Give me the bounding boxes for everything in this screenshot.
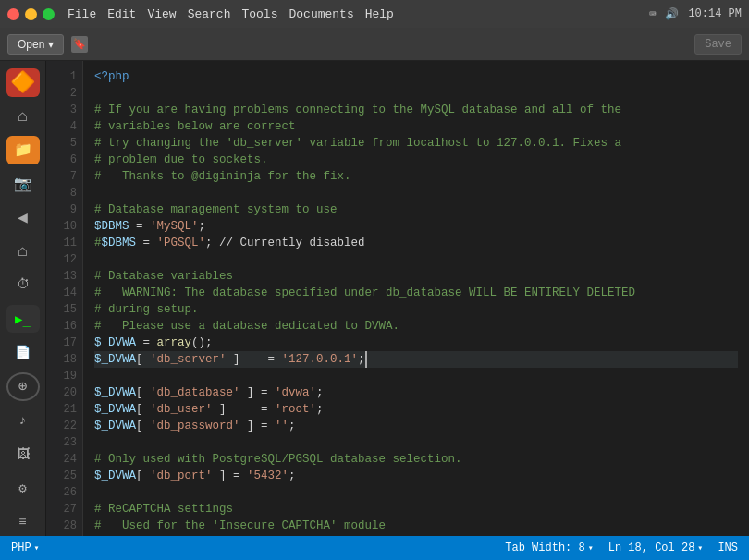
menu-help[interactable]: Help <box>365 7 394 21</box>
sidebar: 🔶 ⌂ 📁 📷 ◀ ⌂ ⏱ ▶_ 📄 ⊕ ♪ 🖼 ⚙ ≡ <box>0 61 46 536</box>
position-display[interactable]: Ln 18, Col 28 <box>608 542 704 554</box>
language-label: PHP <box>11 542 31 554</box>
language-selector[interactable]: PHP <box>11 542 40 554</box>
menu-view[interactable]: View <box>147 7 176 21</box>
tab-width-selector[interactable]: Tab Width: 8 <box>505 542 593 554</box>
sidebar-icon-collapse[interactable]: ◀ <box>6 203 40 232</box>
titlebar-right: ⌨ 🔊 10:14 PM <box>649 7 742 21</box>
statusbar: PHP Tab Width: 8 Ln 18, Col 28 INS <box>0 536 749 560</box>
position-chevron <box>697 542 703 554</box>
sidebar-icon-music[interactable]: ♪ <box>6 407 40 435</box>
sidebar-icon-home[interactable]: ⌂ <box>6 103 40 131</box>
sidebar-icon-plus[interactable]: ⊕ <box>6 372 40 401</box>
volume-icon: 🔊 <box>665 7 679 21</box>
sidebar-icon-camera[interactable]: 📷 <box>6 170 40 199</box>
menu-search[interactable]: Search <box>188 7 231 21</box>
clock: 10:14 PM <box>688 7 742 20</box>
open-label: Open <box>18 38 44 51</box>
statusbar-right: Tab Width: 8 Ln 18, Col 28 INS <box>505 542 738 554</box>
tab-width-label: Tab Width: 8 <box>505 542 584 554</box>
minimize-button[interactable] <box>25 8 37 20</box>
line-numbers: 12345 678910 1112131415 1617181920 21222… <box>46 61 83 536</box>
sidebar-icon-ubuntu[interactable]: 🔶 <box>6 68 40 97</box>
language-chevron <box>34 542 40 554</box>
code-editor[interactable]: <?php # If you are having problems conne… <box>83 61 749 536</box>
sidebar-icon-clock[interactable]: ⏱ <box>6 271 40 299</box>
sidebar-icon-gear[interactable]: ⚙ <box>6 474 40 503</box>
sidebar-icon-folder[interactable]: 📁 <box>6 136 40 164</box>
main-area: 🔶 ⌂ 📁 📷 ◀ ⌂ ⏱ ▶_ 📄 ⊕ ♪ 🖼 ⚙ ≡ 12345 67891… <box>0 61 749 536</box>
sidebar-icon-terminal[interactable]: ▶_ <box>6 305 40 334</box>
sidebar-icon-image[interactable]: 🖼 <box>6 440 40 469</box>
insert-mode: INS <box>718 542 738 554</box>
toolbar: Open ▾ 🔖 Save <box>0 28 749 61</box>
maximize-button[interactable] <box>43 8 55 20</box>
keyboard-icon: ⌨ <box>649 7 656 21</box>
menu-tools[interactable]: Tools <box>241 7 277 21</box>
sidebar-icon-note[interactable]: 📄 <box>6 338 40 367</box>
titlebar: File Edit View Search Tools Documents He… <box>0 0 749 28</box>
menu-file[interactable]: File <box>68 7 96 21</box>
chevron-down-icon: ▾ <box>48 38 54 51</box>
sidebar-icon-list[interactable]: ≡ <box>6 508 40 537</box>
open-button[interactable]: Open ▾ <box>7 34 64 55</box>
bookmark-icon[interactable]: 🔖 <box>71 36 88 53</box>
close-button[interactable] <box>7 8 19 20</box>
save-button[interactable]: Save <box>694 34 742 55</box>
editor-area: 12345 678910 1112131415 1617181920 21222… <box>46 61 749 536</box>
menu-bar: File Edit View Search Tools Documents He… <box>68 7 394 21</box>
menu-edit[interactable]: Edit <box>107 7 136 21</box>
position-label: Ln 18, Col 28 <box>608 542 695 554</box>
sidebar-icon-home2[interactable]: ⌂ <box>6 237 40 266</box>
tab-width-chevron <box>588 542 594 554</box>
menu-documents[interactable]: Documents <box>289 7 353 21</box>
